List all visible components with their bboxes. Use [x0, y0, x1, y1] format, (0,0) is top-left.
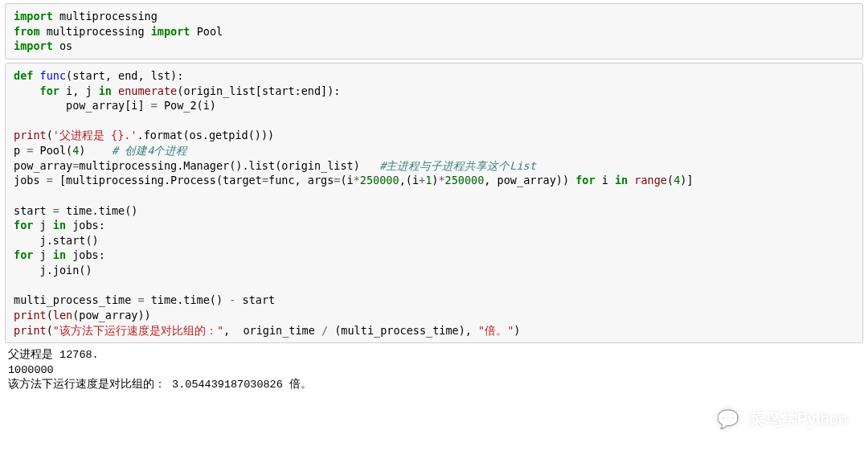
kw-def: def [14, 69, 33, 82]
output-line-3: 该方法下运行速度是对比组的： 3.054439187030826 倍。 [8, 379, 312, 391]
comment-shared-list: #主进程与子进程共享这个List [379, 159, 536, 172]
code-block-1: import multiprocessing from multiprocess… [6, 4, 862, 59]
string-parent-proc: '父进程是 {}.' [53, 129, 137, 141]
output-line-2: 1000000 [8, 364, 54, 376]
kw-import: import [151, 25, 190, 38]
kw-from: from [14, 25, 40, 38]
output-block: 父进程是 12768. 1000000 该方法下运行速度是对比组的： 3.054… [8, 348, 860, 393]
code-cell-main: def func(start, end, lst): for i, j in e… [5, 63, 863, 343]
string-speed-ratio: "该方法下运行速度是对比组的：" [53, 324, 223, 337]
output-line-1: 父进程是 12768. [8, 349, 99, 361]
kw-import: import [14, 39, 53, 52]
kw-import: import [14, 10, 53, 23]
code-cell-imports: import multiprocessing from multiprocess… [5, 3, 863, 59]
fn-name: func [40, 69, 67, 82]
comment-create-4-proc: # 创建4个进程 [112, 144, 187, 157]
code-block-2: def func(start, end, lst): for i, j in e… [6, 64, 862, 342]
